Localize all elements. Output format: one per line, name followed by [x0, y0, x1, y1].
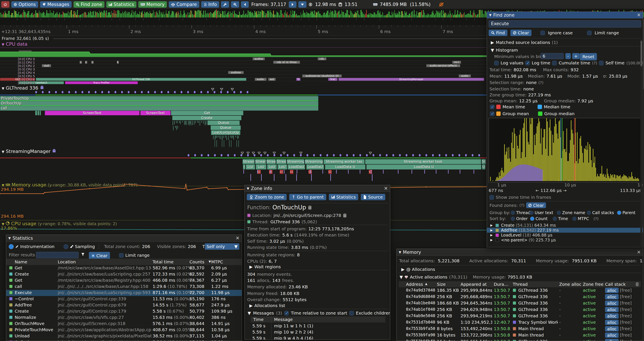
table-row[interactable]: 0x74a9d37040186.35 KB295,999,844ns13:50.…	[396, 287, 643, 294]
zone-bar[interactable]: Get	[171, 111, 243, 115]
zone-bar[interactable]	[38, 111, 39, 115]
sample-dot[interactable]	[280, 154, 282, 157]
zone-bar[interactable]: Queue	[207, 121, 240, 125]
column-header-counts[interactable]: Counts	[190, 259, 204, 264]
column-header-call-stack[interactable]: Call stack	[605, 282, 626, 287]
streamingmanager-header[interactable]: ▼ StreamingManager	[2, 149, 56, 154]
zone-bar[interactable]	[0, 96, 318, 101]
table-row[interactable]: Get/mnt/e/claw/src/claw/base/Registry.hp…	[6, 277, 242, 284]
sample-dot[interactable]	[227, 154, 229, 157]
sample-dot[interactable]	[465, 154, 467, 157]
group-by-option-zone-name[interactable]: Zone name	[557, 210, 585, 215]
cpu-zone-fragment[interactable]: audios	[252, 57, 265, 60]
statistics-titlebar[interactable]: ▼Statistics✕	[6, 235, 242, 242]
sample-dot[interactable]	[300, 154, 302, 157]
message-row[interactable]: 5.59 smip 9 w 4 h 4 (16)	[250, 336, 385, 340]
expand-icon[interactable]: ▶	[490, 228, 493, 232]
prev-frame-button[interactable]	[241, 1, 249, 8]
timing-select[interactable]: Self only▼	[205, 243, 239, 250]
sample-dot[interactable]	[346, 154, 348, 157]
clear-button[interactable]: Clear	[510, 30, 532, 36]
zone-bar[interactable]: LoU	[278, 164, 287, 170]
sample-dot[interactable]	[161, 91, 162, 93]
found-zone-group-row[interactable]: ▶AddTree (18,542) 227.19 ms	[487, 228, 643, 233]
table-row[interactable]: Createjni/../jni/src/claw/base/LuaScript…	[6, 271, 242, 277]
message-marker-icon[interactable]	[241, 150, 244, 153]
collapse-icon[interactable]: ▼	[399, 250, 401, 254]
column-header-mtpc[interactable]: MTPC	[211, 259, 223, 264]
source-button[interactable]: Source	[361, 194, 385, 200]
sample-dot[interactable]	[472, 154, 474, 157]
sample-dot[interactable]	[194, 154, 196, 157]
table-row[interactable]: OnTouchMovejni/../jni/src/guif/Screen.cp…	[6, 321, 242, 327]
tools-button[interactable]	[221, 1, 229, 8]
find-zone-titlebar[interactable]: ▼Find zone✕	[487, 12, 643, 19]
message-marker-icon[interactable]	[300, 150, 302, 153]
go-to-parent-button[interactable]: ↑Go to parent	[289, 194, 326, 200]
sample-dot[interactable]	[353, 154, 354, 157]
zone-bar[interactable]: ScreenText	[45, 111, 140, 115]
info-button[interactable]: Info	[201, 1, 219, 8]
sample-dot[interactable]	[62, 91, 64, 93]
message-marker-icon[interactable]	[252, 150, 255, 153]
memory-button[interactable]: Memory	[138, 1, 167, 8]
collapse-icon[interactable]: ▼	[2, 43, 4, 47]
sample-dot[interactable]	[254, 154, 256, 157]
find-zone-search-input[interactable]: Execute	[489, 20, 641, 28]
cpu-zone-fragment[interactable]: audioserver (AudioOut_D)	[302, 74, 342, 77]
messages-button[interactable]: Messages	[40, 1, 72, 8]
zone-bar[interactable]: ScreenText	[140, 111, 171, 115]
sample-dot[interactable]	[458, 154, 460, 157]
table-row[interactable]: Get/mnt/e/claw/src/claw/base/AssetDict.h…	[6, 265, 242, 271]
sample-dot[interactable]	[412, 154, 414, 157]
sample-dot[interactable]	[452, 154, 454, 157]
cpu-zone-fragment[interactable]: Tracy Profiler	[65, 81, 138, 84]
zone-bar-error[interactable]: C(	[328, 170, 332, 174]
zone-info-titlebar[interactable]: ▼ Zone info ✕	[245, 185, 390, 192]
collapse-icon[interactable]: ▼	[8, 236, 11, 240]
zone-bar[interactable]: Streaming	[305, 159, 323, 164]
zone-bar[interactable]: Streaming worker tas	[324, 159, 364, 164]
cpu-zone-fragment[interactable]: cds_ol_rx_threa	[273, 61, 300, 64]
sample-dot[interactable]	[392, 154, 394, 157]
message-marker-icon[interactable]	[211, 87, 214, 89]
message-marker-icon[interactable]	[258, 150, 261, 153]
column-header-thread[interactable]: Thread	[513, 282, 528, 287]
sample-dot[interactable]	[247, 154, 249, 157]
sample-dot[interactable]	[320, 154, 322, 157]
column-header-zone-free[interactable]: Zone free	[583, 282, 604, 287]
find-button[interactable]: Find	[489, 30, 508, 36]
sample-dot[interactable]	[386, 154, 388, 157]
cpu-zone-fragment[interactable]: E	[117, 61, 119, 64]
table-row[interactable]: ~Controljni/../jni/src/guif/Control.cpp:…	[6, 296, 242, 302]
zone-bar[interactable]	[35, 111, 37, 115]
show-zone-time-checkbox[interactable]	[490, 195, 494, 200]
sample-dot[interactable]	[207, 91, 209, 93]
allocations-expander[interactable]: ▶@ Allocations	[401, 267, 435, 272]
zone-statistics-button[interactable]: Statistics	[329, 194, 358, 200]
clear-filter-button[interactable]: Clear	[89, 252, 110, 259]
message-marker-icon[interactable]	[264, 150, 266, 153]
sample-dot[interactable]	[214, 91, 216, 93]
table-row[interactable]: 0x7531d7b04096 KB1:10 234,952,16112:40.7…	[396, 319, 643, 326]
frames-dropdown-button[interactable]	[298, 1, 306, 8]
sample-dot[interactable]	[128, 91, 130, 93]
cpu-zone-fragment[interactable]: GLThread 336	[36, 78, 246, 81]
collapse-icon[interactable]: ▼	[247, 187, 249, 190]
cpu-zone-fragment[interactable]: TraC	[328, 78, 338, 81]
expand-icon[interactable]: ▶	[490, 238, 493, 242]
group-by-option-call-stacks[interactable]: Call stacks	[587, 210, 614, 215]
sample-dot[interactable]	[306, 154, 308, 157]
histogram-expander[interactable]: ▼Histogram	[491, 48, 518, 53]
sample-dot[interactable]	[240, 91, 242, 93]
cpu-zone-fragment[interactable]: StreamingManager	[338, 78, 484, 81]
instrumentation-radio[interactable]	[9, 244, 14, 249]
zone-bar[interactable]: LoadData U	[366, 164, 482, 170]
sample-dot[interactable]	[267, 154, 269, 157]
find-zone-scrollbar-thumb[interactable]	[640, 41, 642, 66]
message-marker-icon[interactable]	[282, 150, 286, 153]
column-header-size[interactable]: Size	[437, 282, 446, 287]
min-bin-decrement-button[interactable]: -	[565, 53, 571, 59]
alloc-stack-button[interactable]: alloc	[605, 307, 619, 312]
group-by-option-user-text[interactable]: User text	[529, 210, 553, 215]
